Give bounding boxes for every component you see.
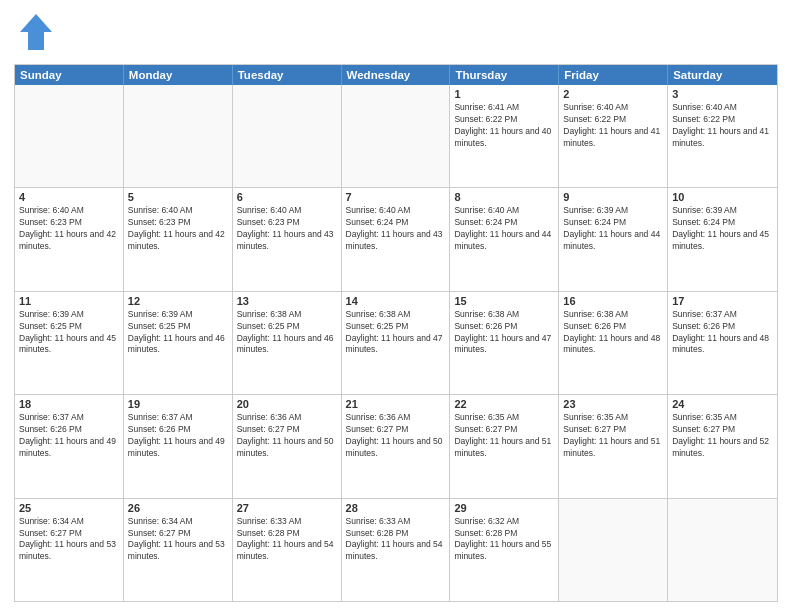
cell-info: Sunrise: 6:35 AM Sunset: 6:27 PM Dayligh…	[672, 412, 773, 460]
cell-info: Sunrise: 6:41 AM Sunset: 6:22 PM Dayligh…	[454, 102, 554, 150]
day-cell-20: 20Sunrise: 6:36 AM Sunset: 6:27 PM Dayli…	[233, 395, 342, 497]
day-number: 23	[563, 398, 663, 410]
day-number: 26	[128, 502, 228, 514]
day-cell-25: 25Sunrise: 6:34 AM Sunset: 6:27 PM Dayli…	[15, 499, 124, 601]
day-cell-28: 28Sunrise: 6:33 AM Sunset: 6:28 PM Dayli…	[342, 499, 451, 601]
day-number: 24	[672, 398, 773, 410]
day-number: 4	[19, 191, 119, 203]
day-number: 17	[672, 295, 773, 307]
day-number: 21	[346, 398, 446, 410]
day-number: 14	[346, 295, 446, 307]
cell-info: Sunrise: 6:38 AM Sunset: 6:26 PM Dayligh…	[454, 309, 554, 357]
day-number: 16	[563, 295, 663, 307]
header-day-friday: Friday	[559, 65, 668, 85]
header-day-monday: Monday	[124, 65, 233, 85]
cell-info: Sunrise: 6:40 AM Sunset: 6:23 PM Dayligh…	[19, 205, 119, 253]
empty-cell	[233, 85, 342, 187]
day-cell-3: 3Sunrise: 6:40 AM Sunset: 6:22 PM Daylig…	[668, 85, 777, 187]
day-cell-17: 17Sunrise: 6:37 AM Sunset: 6:26 PM Dayli…	[668, 292, 777, 394]
cell-info: Sunrise: 6:40 AM Sunset: 6:23 PM Dayligh…	[128, 205, 228, 253]
day-cell-19: 19Sunrise: 6:37 AM Sunset: 6:26 PM Dayli…	[124, 395, 233, 497]
week-row-4: 18Sunrise: 6:37 AM Sunset: 6:26 PM Dayli…	[15, 395, 777, 498]
cell-info: Sunrise: 6:40 AM Sunset: 6:24 PM Dayligh…	[454, 205, 554, 253]
cell-info: Sunrise: 6:38 AM Sunset: 6:26 PM Dayligh…	[563, 309, 663, 357]
header-day-saturday: Saturday	[668, 65, 777, 85]
logo-icon	[14, 10, 58, 54]
day-cell-2: 2Sunrise: 6:40 AM Sunset: 6:22 PM Daylig…	[559, 85, 668, 187]
day-cell-24: 24Sunrise: 6:35 AM Sunset: 6:27 PM Dayli…	[668, 395, 777, 497]
week-row-3: 11Sunrise: 6:39 AM Sunset: 6:25 PM Dayli…	[15, 292, 777, 395]
day-number: 19	[128, 398, 228, 410]
cell-info: Sunrise: 6:39 AM Sunset: 6:24 PM Dayligh…	[563, 205, 663, 253]
day-cell-16: 16Sunrise: 6:38 AM Sunset: 6:26 PM Dayli…	[559, 292, 668, 394]
day-cell-4: 4Sunrise: 6:40 AM Sunset: 6:23 PM Daylig…	[15, 188, 124, 290]
empty-cell	[124, 85, 233, 187]
cell-info: Sunrise: 6:35 AM Sunset: 6:27 PM Dayligh…	[454, 412, 554, 460]
day-cell-22: 22Sunrise: 6:35 AM Sunset: 6:27 PM Dayli…	[450, 395, 559, 497]
cell-info: Sunrise: 6:39 AM Sunset: 6:25 PM Dayligh…	[19, 309, 119, 357]
empty-cell	[559, 499, 668, 601]
day-number: 3	[672, 88, 773, 100]
cell-info: Sunrise: 6:39 AM Sunset: 6:24 PM Dayligh…	[672, 205, 773, 253]
day-number: 1	[454, 88, 554, 100]
header-day-tuesday: Tuesday	[233, 65, 342, 85]
cell-info: Sunrise: 6:33 AM Sunset: 6:28 PM Dayligh…	[237, 516, 337, 564]
day-cell-21: 21Sunrise: 6:36 AM Sunset: 6:27 PM Dayli…	[342, 395, 451, 497]
cell-info: Sunrise: 6:38 AM Sunset: 6:25 PM Dayligh…	[346, 309, 446, 357]
cell-info: Sunrise: 6:39 AM Sunset: 6:25 PM Dayligh…	[128, 309, 228, 357]
cell-info: Sunrise: 6:36 AM Sunset: 6:27 PM Dayligh…	[346, 412, 446, 460]
day-cell-12: 12Sunrise: 6:39 AM Sunset: 6:25 PM Dayli…	[124, 292, 233, 394]
day-number: 8	[454, 191, 554, 203]
day-cell-10: 10Sunrise: 6:39 AM Sunset: 6:24 PM Dayli…	[668, 188, 777, 290]
day-cell-26: 26Sunrise: 6:34 AM Sunset: 6:27 PM Dayli…	[124, 499, 233, 601]
header	[14, 10, 778, 58]
day-number: 22	[454, 398, 554, 410]
cell-info: Sunrise: 6:34 AM Sunset: 6:27 PM Dayligh…	[19, 516, 119, 564]
cell-info: Sunrise: 6:37 AM Sunset: 6:26 PM Dayligh…	[19, 412, 119, 460]
day-number: 20	[237, 398, 337, 410]
day-number: 28	[346, 502, 446, 514]
cell-info: Sunrise: 6:40 AM Sunset: 6:22 PM Dayligh…	[563, 102, 663, 150]
day-cell-13: 13Sunrise: 6:38 AM Sunset: 6:25 PM Dayli…	[233, 292, 342, 394]
day-cell-5: 5Sunrise: 6:40 AM Sunset: 6:23 PM Daylig…	[124, 188, 233, 290]
day-number: 9	[563, 191, 663, 203]
cell-info: Sunrise: 6:40 AM Sunset: 6:24 PM Dayligh…	[346, 205, 446, 253]
empty-cell	[668, 499, 777, 601]
page: SundayMondayTuesdayWednesdayThursdayFrid…	[0, 0, 792, 612]
day-cell-23: 23Sunrise: 6:35 AM Sunset: 6:27 PM Dayli…	[559, 395, 668, 497]
header-day-wednesday: Wednesday	[342, 65, 451, 85]
calendar-header: SundayMondayTuesdayWednesdayThursdayFrid…	[15, 65, 777, 85]
day-cell-1: 1Sunrise: 6:41 AM Sunset: 6:22 PM Daylig…	[450, 85, 559, 187]
week-row-5: 25Sunrise: 6:34 AM Sunset: 6:27 PM Dayli…	[15, 499, 777, 601]
day-number: 2	[563, 88, 663, 100]
cell-info: Sunrise: 6:38 AM Sunset: 6:25 PM Dayligh…	[237, 309, 337, 357]
cell-info: Sunrise: 6:36 AM Sunset: 6:27 PM Dayligh…	[237, 412, 337, 460]
day-number: 27	[237, 502, 337, 514]
day-number: 12	[128, 295, 228, 307]
day-number: 6	[237, 191, 337, 203]
day-cell-6: 6Sunrise: 6:40 AM Sunset: 6:23 PM Daylig…	[233, 188, 342, 290]
week-row-1: 1Sunrise: 6:41 AM Sunset: 6:22 PM Daylig…	[15, 85, 777, 188]
day-cell-9: 9Sunrise: 6:39 AM Sunset: 6:24 PM Daylig…	[559, 188, 668, 290]
logo	[14, 10, 60, 58]
day-number: 13	[237, 295, 337, 307]
day-cell-8: 8Sunrise: 6:40 AM Sunset: 6:24 PM Daylig…	[450, 188, 559, 290]
empty-cell	[15, 85, 124, 187]
cell-info: Sunrise: 6:40 AM Sunset: 6:22 PM Dayligh…	[672, 102, 773, 150]
cell-info: Sunrise: 6:40 AM Sunset: 6:23 PM Dayligh…	[237, 205, 337, 253]
day-number: 11	[19, 295, 119, 307]
cell-info: Sunrise: 6:33 AM Sunset: 6:28 PM Dayligh…	[346, 516, 446, 564]
header-day-thursday: Thursday	[450, 65, 559, 85]
day-cell-29: 29Sunrise: 6:32 AM Sunset: 6:28 PM Dayli…	[450, 499, 559, 601]
empty-cell	[342, 85, 451, 187]
day-number: 25	[19, 502, 119, 514]
calendar: SundayMondayTuesdayWednesdayThursdayFrid…	[14, 64, 778, 602]
header-day-sunday: Sunday	[15, 65, 124, 85]
cell-info: Sunrise: 6:37 AM Sunset: 6:26 PM Dayligh…	[128, 412, 228, 460]
cell-info: Sunrise: 6:37 AM Sunset: 6:26 PM Dayligh…	[672, 309, 773, 357]
week-row-2: 4Sunrise: 6:40 AM Sunset: 6:23 PM Daylig…	[15, 188, 777, 291]
day-number: 18	[19, 398, 119, 410]
day-number: 10	[672, 191, 773, 203]
day-cell-27: 27Sunrise: 6:33 AM Sunset: 6:28 PM Dayli…	[233, 499, 342, 601]
day-number: 5	[128, 191, 228, 203]
